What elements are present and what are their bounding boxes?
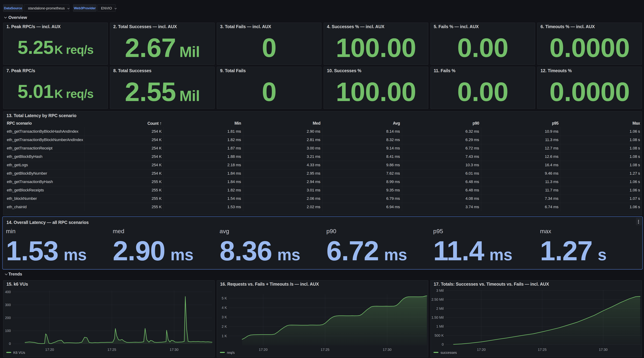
svg-text:17:25: 17:25 — [320, 348, 329, 352]
svg-text:3 Mil: 3 Mil — [436, 288, 444, 292]
svg-text:400: 400 — [5, 290, 11, 294]
svg-text:3 K: 3 K — [222, 315, 227, 319]
svg-text:2 Mil: 2 Mil — [436, 306, 444, 310]
svg-text:1 K: 1 K — [222, 334, 227, 338]
svg-text:17:30: 17:30 — [383, 348, 392, 352]
svg-text:1.50 Mil: 1.50 Mil — [432, 316, 444, 319]
svg-text:1 Mil: 1 Mil — [436, 324, 444, 328]
svg-text:4 K: 4 K — [222, 306, 227, 310]
svg-text:100: 100 — [5, 329, 11, 333]
svg-text:successes: successes — [440, 351, 457, 354]
svg-text:300: 300 — [5, 303, 11, 307]
svg-text:2 K: 2 K — [222, 324, 227, 328]
svg-text:17:25: 17:25 — [538, 348, 546, 352]
svg-text:17:25: 17:25 — [108, 348, 116, 352]
svg-text:17:30: 17:30 — [599, 348, 608, 352]
svg-text:500 K: 500 K — [434, 334, 444, 337]
svg-text:req/s: req/s — [227, 351, 234, 354]
svg-text:17:20: 17:20 — [477, 348, 486, 352]
svg-text:K6 VUs: K6 VUs — [13, 351, 25, 354]
svg-text:2.50 Mil: 2.50 Mil — [432, 298, 444, 301]
svg-text:17:20: 17:20 — [45, 348, 54, 352]
svg-text:0: 0 — [9, 342, 11, 346]
svg-text:17:20: 17:20 — [259, 348, 268, 352]
svg-text:0: 0 — [442, 342, 444, 346]
svg-text:5 K: 5 K — [222, 296, 227, 300]
svg-text:17:30: 17:30 — [170, 348, 178, 352]
svg-text:200: 200 — [5, 316, 11, 320]
